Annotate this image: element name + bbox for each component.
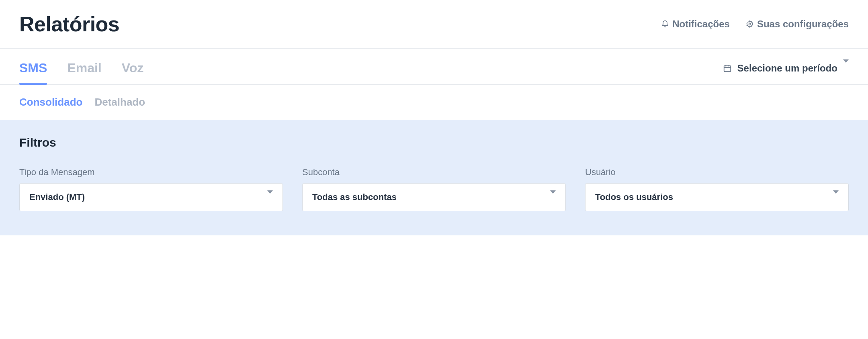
chevron-down-icon <box>550 194 556 201</box>
header-actions: Notificações Suas configurações <box>661 18 849 30</box>
chevron-down-icon <box>833 194 839 201</box>
primary-tabs: SMS Email Voz <box>19 61 143 84</box>
tab-email[interactable]: Email <box>67 61 101 84</box>
tabs-row: SMS Email Voz Selecione um período <box>0 49 868 85</box>
filter-tipo-mensagem: Tipo da Mensagem Enviado (MT) <box>19 167 283 211</box>
subtab-consolidado[interactable]: Consolidado <box>19 96 82 108</box>
calendar-icon <box>723 64 732 73</box>
subtab-detalhado[interactable]: Detalhado <box>94 96 145 108</box>
sub-tabs: Consolidado Detalhado <box>0 85 868 120</box>
notifications-label: Notificações <box>672 18 730 30</box>
tab-sms[interactable]: SMS <box>19 61 47 84</box>
chevron-down-icon <box>267 194 273 201</box>
page-header: Relatórios Notificações Suas configuraçõ… <box>0 0 868 49</box>
svg-point-0 <box>749 23 751 25</box>
filters-panel: Filtros Tipo da Mensagem Enviado (MT) Su… <box>0 120 868 235</box>
notifications-link[interactable]: Notificações <box>661 18 730 30</box>
settings-link[interactable]: Suas configurações <box>746 18 849 30</box>
bell-icon <box>661 20 669 28</box>
filter-tipo-label: Tipo da Mensagem <box>19 167 283 178</box>
select-tipo-value: Enviado (MT) <box>29 192 85 202</box>
filter-usuario: Usuário Todos os usuários <box>585 167 849 211</box>
filter-usuario-label: Usuário <box>585 167 849 178</box>
chevron-down-icon <box>843 63 849 74</box>
gear-icon <box>746 20 754 28</box>
period-picker-label: Selecione um período <box>737 63 837 74</box>
select-subconta[interactable]: Todas as subcontas <box>302 183 566 211</box>
tab-voz[interactable]: Voz <box>122 61 144 84</box>
svg-rect-1 <box>724 65 731 71</box>
select-usuario[interactable]: Todos os usuários <box>585 183 849 211</box>
filter-subconta: Subconta Todas as subcontas <box>302 167 566 211</box>
filters-row: Tipo da Mensagem Enviado (MT) Subconta T… <box>19 167 849 211</box>
page-title: Relatórios <box>19 12 119 36</box>
filters-title: Filtros <box>19 136 849 149</box>
select-tipo-mensagem[interactable]: Enviado (MT) <box>19 183 283 211</box>
filter-subconta-label: Subconta <box>302 167 566 178</box>
select-subconta-value: Todas as subcontas <box>312 192 397 202</box>
settings-label: Suas configurações <box>757 18 849 30</box>
period-picker[interactable]: Selecione um período <box>723 63 849 83</box>
select-usuario-value: Todos os usuários <box>595 192 673 202</box>
